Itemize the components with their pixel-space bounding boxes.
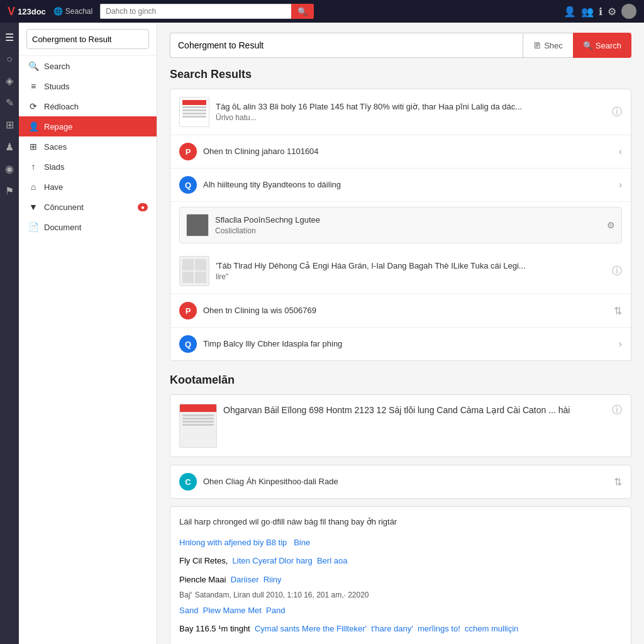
sidebar-icon-flag[interactable]: ⚑ — [1, 181, 18, 201]
sidebar-icon-grid[interactable]: ⊞ — [2, 115, 18, 135]
nav-item-saces[interactable]: ⊞ Saces — [19, 136, 157, 157]
user-outline-icon[interactable]: 👤 — [564, 6, 576, 18]
inline-results-container: C Ohen Cliag Áh Kinpesithoo·dali Rade ⇅ — [170, 465, 631, 499]
result-title-6: Timp Balcy llly Cbher Idaspla far phing — [203, 338, 613, 350]
text-section: Láil harp chronged wil go·dfill náw bág … — [170, 506, 631, 644]
result-item-3[interactable]: Q Alh hiilteung tity Byandteons to dáili… — [170, 169, 631, 202]
card-title: Sflaclla PooīnSechng Lgutee — [215, 214, 601, 226]
result-text-2: Ohen tn Clining jaharo 1101604 — [203, 146, 613, 157]
featured-doc-title: Ohgarvan Báil Eīlong 698 Hontm 2123 12 S… — [223, 404, 606, 417]
nav-item-repage[interactable]: 👤 Repage — [19, 116, 157, 136]
result-thumb-4 — [179, 256, 209, 286]
search-button[interactable]: 🔍 Search — [573, 33, 631, 58]
link-riiny[interactable]: Riiny — [264, 575, 282, 584]
top-search-button[interactable]: 🔍 — [291, 4, 314, 19]
featured-doc[interactable]: Ohgarvan Báil Eīlong 698 Hontm 2123 12 S… — [170, 394, 631, 457]
result-icon-2: P — [179, 143, 197, 160]
featured-thumb — [179, 404, 217, 448]
result-info-icon-1[interactable]: ⓘ — [612, 106, 622, 119]
link-hnlong[interactable]: Hnlong with afjened biy B8 tip — [179, 538, 287, 547]
top-search-input[interactable] — [100, 4, 291, 19]
shec-button[interactable]: 🖹 Shec — [523, 33, 573, 58]
sidebar-icon-circle[interactable]: ○ — [3, 50, 16, 69]
nav-item-redloach[interactable]: ⟳ Rédloach — [19, 96, 157, 116]
sidebar-icon-chess[interactable]: ♟ — [1, 137, 18, 157]
result-subtitle-1: Ūrlvo hatu... — [216, 113, 606, 123]
nav-item-document[interactable]: 📄 Document — [19, 217, 157, 237]
gear-icon[interactable]: ⚙ — [607, 220, 615, 230]
nav-item-search[interactable]: 🔍 Search — [19, 56, 157, 76]
result-text-4: 'Táb Tlrad Hiy Déhong Cả Engi Háa Grán, … — [216, 260, 606, 282]
top-search-bar: 🔍 — [100, 4, 314, 19]
redloach-icon: ⟳ — [28, 101, 39, 111]
section2-title: Kootamelān — [170, 374, 631, 387]
link-bine[interactable]: Bine — [294, 538, 310, 547]
inline-result-arrow[interactable]: ⇅ — [614, 476, 622, 488]
user-icon[interactable]: 👥 — [581, 6, 594, 18]
text-links-1: Hnlong with afjened biy B8 tip Bine — [179, 535, 622, 550]
top-link-label: Seachal — [65, 7, 92, 16]
nav-item-slads[interactable]: ↑ Slads — [19, 157, 157, 177]
panel-search-input[interactable] — [26, 29, 149, 49]
sidebar-icon-circle2[interactable]: ◉ — [1, 159, 18, 179]
result-arrow-2[interactable]: ‹ — [619, 146, 622, 157]
sidebar-icon-menu[interactable]: ☰ — [1, 28, 18, 47]
result-thumb-1 — [179, 97, 209, 127]
search-nav-icon: 🔍 — [28, 61, 39, 71]
shec-label: Shec — [544, 41, 563, 50]
nav-label-saces: Saces — [44, 142, 67, 152]
nav-item-concument[interactable]: ▼ Côncunent ● — [19, 197, 157, 217]
shec-icon: 🖹 — [533, 41, 541, 50]
text-meta-1: Bajʻ Satandam, Liran dull 2010, 1:10 16,… — [179, 591, 622, 599]
result-info-icon-4[interactable]: ⓘ — [612, 265, 622, 278]
nav-label-document: Document — [44, 223, 81, 232]
result-item-5[interactable]: P Ohen tn Clining la wis 0506769 ⇅ — [170, 294, 631, 328]
link-liten[interactable]: Liten Cyeraf Dlor harg — [233, 556, 313, 565]
link-thare[interactable]: t'hare dany' — [371, 624, 413, 633]
result-arrow-6[interactable]: › — [619, 338, 622, 350]
sidebar-icon-edit[interactable]: ✎ — [2, 93, 18, 113]
sidebar: ☰ ○ ◈ ✎ ⊞ ♟ ◉ ⚑ — [0, 23, 19, 644]
link-merings[interactable]: merĩings to! — [418, 624, 460, 633]
link-dariiser[interactable]: Dariiser — [231, 575, 259, 584]
result-item-2[interactable]: P Ohen tn Clining jaharo 1101604 ‹ — [170, 135, 631, 169]
result-arrow-3[interactable]: › — [619, 179, 622, 191]
result-arrow-5[interactable]: ⇅ — [614, 305, 622, 317]
link-berl[interactable]: Berl aoa — [317, 556, 347, 565]
logo-v-icon: V — [8, 5, 15, 18]
settings-icon[interactable]: ⚙ — [608, 6, 616, 18]
top-nav-link[interactable]: 🌐 Seachal — [53, 7, 92, 16]
inline-result-item[interactable]: C Ohen Cliag Áh Kinpesithoo·dali Rade ⇅ — [170, 465, 631, 498]
link-cymal[interactable]: Cymal sants Mere the Fillteker' — [255, 624, 367, 633]
text-links-4: Sand Plew Mame Met Pand — [179, 603, 622, 618]
concument-badge: ● — [138, 203, 148, 211]
result-item-4[interactable]: 'Táb Tlrad Hiy Déhong Cả Engi Háa Grán, … — [170, 248, 631, 294]
search-label: Search — [596, 41, 621, 50]
app-logo[interactable]: V 123doc — [8, 5, 46, 18]
top-navigation: V 123doc 🌐 Seachal 🔍 👤 👥 ℹ ⚙ — [0, 0, 644, 23]
result-title-5: Ohen tn Clining la wis 0506769 — [203, 305, 608, 316]
saces-icon: ⊞ — [28, 142, 39, 152]
featured-doc-text: Ohgarvan Báil Eīlong 698 Hontm 2123 12 S… — [223, 404, 606, 417]
featured-doc-info-icon[interactable]: ⓘ — [612, 404, 622, 417]
info-icon[interactable]: ℹ — [599, 6, 602, 18]
text-links-5: Bay 116.5 ¹m tinght Cymal sants Mere the… — [179, 621, 622, 636]
globe-icon: 🌐 — [53, 7, 63, 16]
result-item-6[interactable]: Q Timp Balcy llly Cbher Idaspla far phin… — [170, 328, 631, 360]
avatar[interactable] — [621, 4, 636, 19]
text-links-3: Piencle Maai Dariiser Riiny — [179, 572, 622, 587]
sidebar-icon-diamond[interactable]: ◈ — [2, 71, 17, 91]
nav-item-have[interactable]: ⌂ Have — [19, 177, 157, 197]
card-subtitle: Coslicllatíon — [215, 226, 601, 236]
link-sand[interactable]: Sand — [179, 606, 198, 615]
inline-result-text: Ohen Cliag Áh Kinpesithoo·dali Rade — [203, 476, 608, 487]
text-fly: Fly Cil Retes, — [179, 556, 228, 565]
result-item-1[interactable]: Tág ōL alin 33 Bli boly 16 Plate 145 hat… — [170, 89, 631, 135]
main-search-input[interactable] — [170, 33, 523, 58]
link-plew[interactable]: Plew Mame Met — [203, 606, 262, 615]
link-pand[interactable]: Pand — [266, 606, 285, 615]
link-cchem[interactable]: cchem mulliçin — [465, 624, 518, 633]
nav-label-repage: Repage — [44, 122, 73, 131]
nav-label-stuuds: Stuuds — [44, 82, 69, 91]
nav-item-stuuds[interactable]: ≡ Stuuds — [19, 76, 157, 96]
